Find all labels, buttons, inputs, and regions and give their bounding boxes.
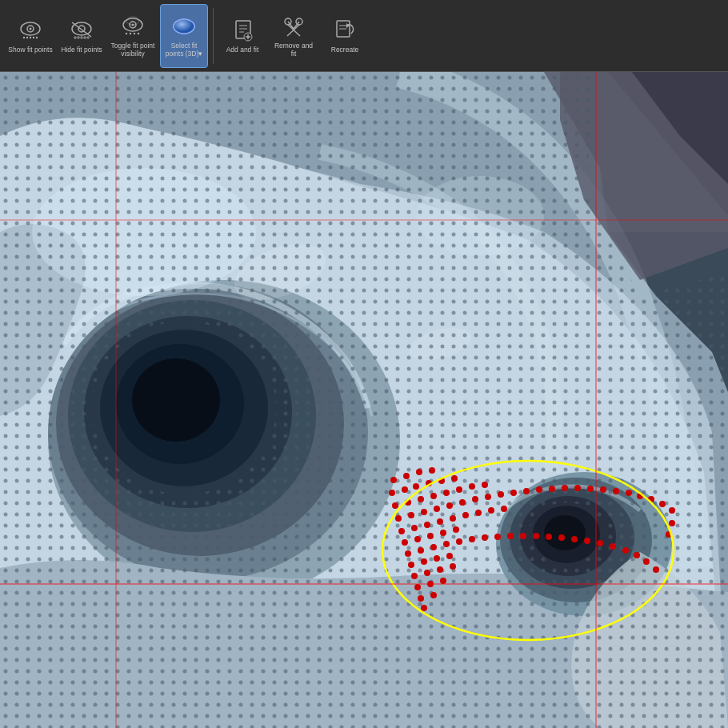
svg-point-95 [434, 506, 440, 512]
svg-point-100 [498, 491, 504, 498]
svg-point-93 [408, 512, 414, 518]
viewport[interactable] [0, 72, 728, 728]
svg-point-149 [634, 552, 640, 558]
svg-point-128 [440, 530, 446, 536]
svg-point-22 [134, 33, 135, 34]
svg-point-145 [584, 538, 590, 544]
svg-point-99 [485, 494, 491, 500]
add-and-fit-button[interactable]: Add and fit [218, 4, 266, 68]
svg-point-150 [643, 558, 650, 565]
svg-point-25 [174, 19, 194, 34]
svg-point-76 [416, 469, 422, 475]
svg-point-154 [434, 555, 440, 562]
hide-fit-points-label: Hide fit points [61, 46, 102, 54]
svg-point-163 [418, 595, 424, 602]
svg-point-3 [23, 37, 25, 38]
svg-point-160 [414, 584, 421, 590]
svg-point-92 [395, 515, 402, 522]
svg-point-83 [451, 475, 458, 482]
svg-point-91 [482, 482, 488, 488]
svg-point-75 [403, 473, 410, 479]
svg-point-129 [453, 526, 459, 533]
show-fit-points-button[interactable]: Show fit points [6, 4, 54, 68]
recreate-label: Recreate [331, 46, 359, 54]
svg-point-134 [443, 541, 450, 547]
select-fit-points-3d-icon [171, 14, 197, 39]
svg-point-4 [26, 37, 28, 38]
svg-point-144 [571, 536, 578, 542]
svg-point-94 [421, 509, 427, 515]
svg-point-148 [622, 547, 629, 554]
svg-point-157 [424, 570, 430, 576]
svg-point-87 [430, 493, 437, 499]
svg-point-103 [536, 486, 542, 493]
svg-point-6 [33, 37, 34, 38]
svg-point-104 [549, 486, 555, 492]
svg-point-115 [398, 528, 405, 534]
svg-point-135 [456, 538, 462, 545]
svg-point-106 [574, 485, 581, 491]
svg-point-74 [390, 477, 397, 483]
svg-point-133 [430, 544, 437, 550]
svg-point-142 [546, 534, 552, 540]
svg-point-152 [408, 562, 414, 568]
remove-and-fit-label: Remove and fit [271, 42, 316, 58]
svg-point-107 [587, 486, 594, 492]
svg-point-138 [494, 534, 501, 540]
toggle-fit-point-visibility-label: Toggle fit point visibility [110, 42, 155, 58]
svg-point-2 [30, 27, 32, 30]
svg-point-147 [610, 543, 616, 550]
svg-point-121 [475, 510, 482, 516]
show-fit-points-icon [18, 18, 43, 43]
svg-point-96 [446, 502, 453, 509]
svg-point-13 [81, 37, 82, 38]
svg-point-84 [392, 502, 398, 509]
svg-point-86 [418, 496, 424, 502]
svg-point-79 [402, 486, 408, 493]
svg-point-153 [421, 558, 427, 565]
svg-point-114 [669, 507, 675, 514]
toggle-fit-point-visibility-button[interactable]: Toggle fit point visibility [109, 4, 157, 68]
svg-point-158 [437, 566, 443, 573]
svg-point-88 [443, 490, 450, 496]
svg-point-109 [613, 488, 619, 494]
svg-point-23 [138, 33, 139, 34]
svg-point-77 [429, 467, 435, 474]
recreate-button[interactable]: Recreate [321, 4, 369, 68]
toolbar-divider-1 [213, 8, 214, 64]
svg-point-155 [446, 553, 453, 559]
svg-point-164 [430, 592, 437, 598]
svg-point-78 [389, 490, 395, 496]
select-fit-points-3d-button[interactable]: Select fit points (3D)▾ [160, 4, 208, 68]
add-and-fit-label: Add and fit [226, 46, 259, 54]
svg-point-98 [472, 496, 478, 502]
svg-point-132 [418, 547, 424, 554]
svg-point-14 [84, 37, 86, 38]
add-and-fit-icon [230, 18, 255, 43]
svg-rect-73 [0, 72, 728, 728]
toggle-fit-point-visibility-icon [120, 14, 146, 39]
svg-point-101 [510, 490, 517, 496]
svg-point-123 [501, 506, 507, 512]
svg-point-116 [411, 525, 418, 531]
remove-and-fit-button[interactable]: Remove and fit [270, 4, 318, 68]
svg-point-137 [482, 534, 488, 541]
recreate-icon [332, 18, 358, 43]
svg-point-141 [533, 533, 539, 539]
svg-point-159 [450, 563, 456, 570]
svg-point-125 [402, 539, 408, 546]
svg-point-124 [669, 520, 675, 526]
svg-point-5 [30, 37, 31, 38]
svg-point-139 [507, 533, 514, 539]
hide-fit-points-button[interactable]: Hide fit points [58, 4, 106, 68]
svg-point-122 [488, 507, 494, 514]
svg-point-90 [469, 483, 475, 490]
svg-point-140 [520, 533, 526, 539]
svg-point-80 [413, 483, 419, 490]
svg-point-119 [450, 515, 456, 522]
svg-point-7 [36, 37, 38, 38]
svg-point-108 [600, 486, 606, 493]
svg-point-131 [405, 550, 411, 557]
svg-point-12 [78, 37, 79, 38]
svg-point-151 [653, 566, 659, 573]
